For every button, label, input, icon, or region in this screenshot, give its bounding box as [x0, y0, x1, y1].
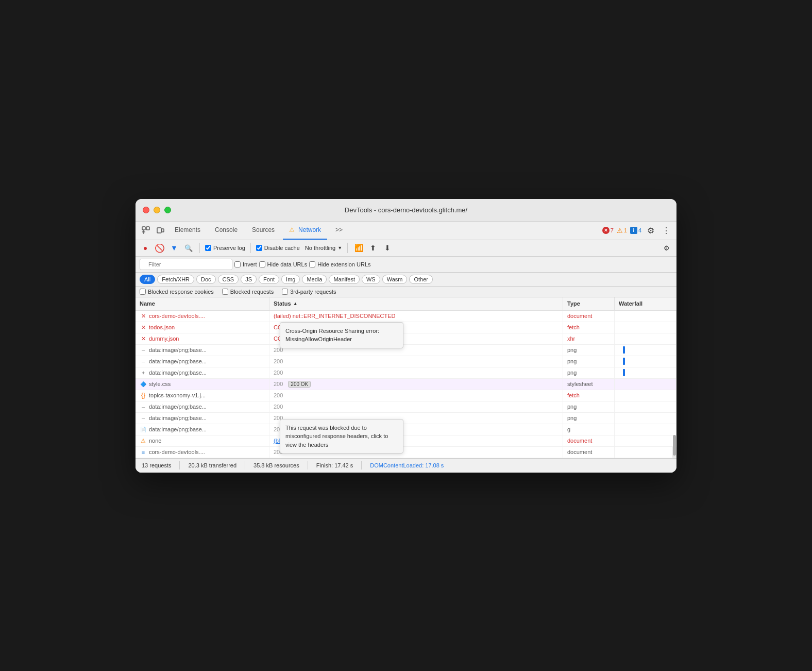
- close-button[interactable]: [143, 207, 149, 213]
- maximize-button[interactable]: [164, 207, 171, 213]
- table-row[interactable]: ✕ dummy.json CORS error xhr: [136, 333, 676, 345]
- th-waterfall[interactable]: Waterfall: [615, 297, 676, 310]
- third-party-checkbox[interactable]: [282, 289, 288, 295]
- wifi-icon[interactable]: 📶: [353, 242, 364, 254]
- type-filter-fetch-xhr[interactable]: Fetch/XHR: [157, 275, 194, 284]
- blocked-filter-bar: Blocked response cookies Blocked request…: [136, 287, 676, 297]
- table-row[interactable]: {} topics-taxonomy-v1.j... 200 fetch: [136, 390, 676, 401]
- td-waterfall: [615, 401, 676, 412]
- hide-ext-urls-checkbox[interactable]: [309, 261, 315, 267]
- download-icon[interactable]: ⬇: [382, 242, 393, 254]
- td-status: (failed) net::ERR_INTERNET_DISCONNECTED: [269, 311, 563, 322]
- status-badge: 200 OK: [288, 381, 311, 388]
- table-row[interactable]: ✕ cors-demo-devtools.... (failed) net::E…: [136, 311, 676, 322]
- td-name: ✦ data:image/png;base...: [136, 367, 269, 378]
- waterfall-bar: [623, 358, 625, 365]
- blocked-cookies-checkbox[interactable]: [140, 289, 146, 295]
- dash-icon: –: [140, 358, 147, 365]
- type-filter-ws[interactable]: WS: [362, 275, 380, 284]
- preserve-log-label[interactable]: Preserve log: [205, 245, 245, 251]
- td-status: 200: [269, 345, 563, 356]
- type-filter-media[interactable]: Media: [302, 275, 327, 284]
- td-status: 200 This request was blocked due to misc…: [269, 424, 563, 435]
- type-filter-doc[interactable]: Doc: [196, 275, 216, 284]
- upload-icon[interactable]: ⬆: [367, 242, 379, 254]
- stop-recording-icon[interactable]: ●: [140, 242, 151, 254]
- title-bar: DevTools - cors-demo-devtools.glitch.me/: [136, 199, 676, 222]
- table-row[interactable]: 🔷 style.css 200 200 OK stylesheet: [136, 379, 676, 390]
- device-icon[interactable]: [154, 224, 166, 237]
- type-filter-all[interactable]: All: [140, 275, 155, 284]
- settings-gear-icon[interactable]: ⚙: [661, 242, 672, 254]
- tab-elements[interactable]: Elements: [168, 221, 207, 240]
- table-row[interactable]: ⚠ none (blocked:NotSameOriginAfterDefaul…: [136, 435, 676, 447]
- td-waterfall: [615, 311, 676, 322]
- table-row[interactable]: ✕ todos.json CORS error Cross-Origin Res…: [136, 322, 676, 333]
- tab-sources[interactable]: Sources: [246, 221, 281, 240]
- td-type: xhr: [563, 333, 615, 344]
- td-type: png: [563, 356, 615, 367]
- type-filter-font[interactable]: Font: [259, 275, 279, 284]
- td-name: ≡ cors-demo-devtools....: [136, 447, 269, 458]
- type-filter-wasm[interactable]: Wasm: [382, 275, 408, 284]
- td-waterfall: [615, 367, 676, 378]
- scrollbar-thumb[interactable]: [673, 447, 676, 456]
- td-status: 200 200 OK: [269, 379, 563, 390]
- filter-input[interactable]: [144, 259, 228, 270]
- table-row[interactable]: 📄 data:image/png;base... 200 This reques…: [136, 424, 676, 435]
- type-filter-img[interactable]: Img: [281, 275, 300, 284]
- table-row[interactable]: – data:image/png;base... 200 png: [136, 345, 676, 356]
- tab-console[interactable]: Console: [209, 221, 244, 240]
- info-badge: i 4: [630, 227, 641, 234]
- blocked-requests-checkbox[interactable]: [222, 289, 228, 295]
- table-row[interactable]: – data:image/png;base... 200 png: [136, 356, 676, 367]
- type-filter-manifest[interactable]: Manifest: [329, 275, 360, 284]
- dash-icon: –: [140, 403, 147, 410]
- search-icon[interactable]: 🔍: [183, 242, 194, 254]
- hide-ext-urls-label[interactable]: Hide extension URLs: [309, 261, 370, 267]
- th-status[interactable]: Status ▲: [269, 297, 563, 310]
- more-icon[interactable]: ⋮: [660, 224, 672, 237]
- type-filter-js[interactable]: JS: [241, 275, 257, 284]
- td-name: ✕ todos.json: [136, 322, 269, 333]
- type-filter-css[interactable]: CSS: [218, 275, 239, 284]
- hide-data-urls-checkbox[interactable]: [259, 261, 265, 267]
- td-name: ✕ cors-demo-devtools....: [136, 311, 269, 322]
- svg-rect-5: [162, 229, 164, 232]
- filter-icon[interactable]: ▼: [168, 242, 180, 254]
- status-divider-3: [308, 461, 308, 469]
- badge-area: ✕ 7 ⚠ 1 i 4 ⚙ ⋮: [602, 224, 672, 237]
- settings-icon[interactable]: ⚙: [645, 224, 657, 237]
- invert-checkbox[interactable]: [234, 261, 241, 267]
- blocked-cookies-label[interactable]: Blocked response cookies: [140, 289, 214, 295]
- inspect-icon[interactable]: [140, 224, 152, 237]
- clear-icon[interactable]: 🚫: [154, 242, 165, 254]
- error-icon: ✕: [140, 312, 147, 320]
- th-name[interactable]: Name: [136, 297, 269, 310]
- tab-more[interactable]: >>: [329, 221, 349, 240]
- invert-label[interactable]: Invert: [234, 261, 257, 267]
- minimize-button[interactable]: [154, 207, 160, 213]
- td-type: png: [563, 345, 615, 356]
- td-status: 200: [269, 413, 563, 424]
- blocked-requests-label[interactable]: Blocked requests: [222, 289, 274, 295]
- table-row[interactable]: ≡ cors-demo-devtools.... 200 document: [136, 447, 676, 458]
- cors-tooltip-anchor: ✕ todos.json CORS error Cross-Origin Res…: [136, 322, 676, 345]
- type-filter-other[interactable]: Other: [409, 275, 433, 284]
- th-type[interactable]: Type: [563, 297, 615, 310]
- third-party-label[interactable]: 3rd-party requests: [282, 289, 336, 295]
- status-divider-1: [179, 461, 180, 469]
- table-row[interactable]: – data:image/png;base... 200 png: [136, 413, 676, 424]
- preserve-log-checkbox[interactable]: [205, 245, 211, 251]
- disable-cache-checkbox[interactable]: [256, 245, 262, 251]
- tab-network[interactable]: ⚠ Network: [283, 221, 327, 240]
- error-icon: ✕: [140, 335, 147, 342]
- hide-data-urls-label[interactable]: Hide data URLs: [259, 261, 308, 267]
- disable-cache-label[interactable]: Disable cache: [256, 245, 300, 251]
- table-row[interactable]: ✦ data:image/png;base... 200 png: [136, 367, 676, 379]
- dom-content-loaded: DOMContentLoaded: 17.08 s: [370, 462, 444, 468]
- td-type: png: [563, 367, 615, 378]
- table-header: Name Status ▲ Type Waterfall: [136, 297, 676, 311]
- svg-rect-1: [146, 227, 149, 230]
- table-row[interactable]: – data:image/png;base... 200 png: [136, 401, 676, 413]
